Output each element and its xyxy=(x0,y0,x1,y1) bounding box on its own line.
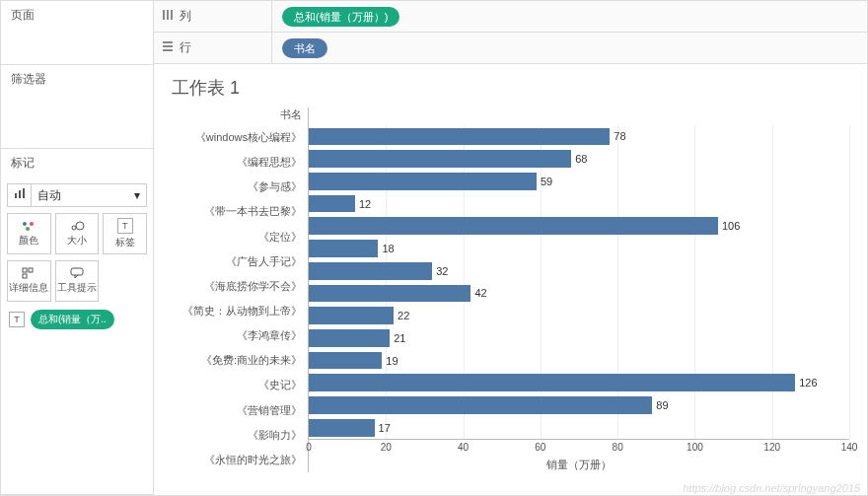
svg-point-3 xyxy=(23,222,27,226)
category-label: 《永恒的时光之旅》 xyxy=(172,448,308,472)
bar-value-label: 32 xyxy=(436,265,448,277)
bar-value-label: 42 xyxy=(474,287,486,299)
text-icon: T xyxy=(9,312,25,327)
bar-row: 126 xyxy=(309,372,849,394)
columns-shelf[interactable]: 列 总和(销量（万册）) xyxy=(154,1,867,33)
x-tick: 140 xyxy=(841,442,858,453)
bar-value-label: 126 xyxy=(799,377,817,389)
mark-label-button[interactable]: T 标签 xyxy=(103,213,147,254)
bar-value-label: 22 xyxy=(398,310,409,321)
bar[interactable] xyxy=(309,352,382,370)
bar-row: 12 xyxy=(309,192,849,215)
svg-rect-2 xyxy=(23,188,25,198)
svg-rect-11 xyxy=(71,268,83,275)
bar[interactable] xyxy=(309,217,718,235)
mark-tooltip-label: 工具提示 xyxy=(57,281,97,295)
category-label: 《广告人手记》 xyxy=(172,249,308,274)
x-axis-label: 销量（万册） xyxy=(309,458,849,472)
mark-type-dropdown[interactable]: 自动 ▾ xyxy=(7,183,147,207)
bar-row: 17 xyxy=(309,416,849,439)
mark-size-button[interactable]: 大小 xyxy=(55,213,100,254)
bar[interactable] xyxy=(309,285,470,303)
rows-icon xyxy=(162,40,174,55)
svg-point-6 xyxy=(72,226,76,230)
svg-rect-1 xyxy=(19,190,21,198)
category-label: 《带一本书去巴黎》 xyxy=(172,199,308,224)
category-label: 《windows核心编程》 xyxy=(172,125,308,150)
svg-rect-14 xyxy=(171,10,173,20)
sheet-title: 工作表 1 xyxy=(172,76,849,100)
bar-value-label: 59 xyxy=(541,176,552,187)
x-tick: 0 xyxy=(306,442,312,453)
bar[interactable] xyxy=(309,262,432,280)
bar-row: 59 xyxy=(309,170,849,192)
columns-shelf-label: 列 xyxy=(180,8,191,25)
svg-rect-12 xyxy=(163,10,165,20)
bar-value-label: 68 xyxy=(575,153,587,165)
filters-panel-header: 筛选器 xyxy=(1,65,153,94)
x-tick: 100 xyxy=(687,442,703,453)
rows-pill[interactable]: 书名 xyxy=(282,38,327,58)
category-label: 《营销管理》 xyxy=(172,398,308,423)
svg-rect-15 xyxy=(163,41,173,43)
bar-row: 32 xyxy=(309,259,849,282)
bar[interactable] xyxy=(309,307,394,324)
marks-pill[interactable]: 总和(销量（万.. xyxy=(31,310,114,329)
bar[interactable] xyxy=(309,240,378,257)
svg-rect-13 xyxy=(167,10,169,20)
svg-rect-17 xyxy=(163,49,173,51)
category-label: 《李鸿章传》 xyxy=(172,323,308,348)
bar-value-label: 19 xyxy=(386,355,398,367)
bar-row: 78 xyxy=(309,125,849,148)
bar[interactable] xyxy=(309,150,571,168)
svg-point-7 xyxy=(76,222,84,230)
bar[interactable] xyxy=(309,396,652,414)
category-label: 《参与感》 xyxy=(172,175,308,199)
mark-color-label: 颜色 xyxy=(19,234,38,248)
mark-tooltip-button[interactable]: 工具提示 xyxy=(55,260,100,302)
x-tick: 40 xyxy=(458,442,469,453)
category-label: 《简史：从动物到上帝》 xyxy=(172,299,308,323)
category-label: 《影响力》 xyxy=(172,423,308,448)
category-label: 《编程思想》 xyxy=(172,150,308,175)
mark-size-label: 大小 xyxy=(67,234,87,248)
category-label: 《史记》 xyxy=(172,373,308,397)
mark-detail-button[interactable]: 详细信息 xyxy=(7,260,51,302)
svg-rect-8 xyxy=(23,268,27,272)
chart: 书名 《windows核心编程》《编程思想》《参与感》《带一本书去巴黎》《定位》… xyxy=(172,107,849,472)
svg-rect-9 xyxy=(29,268,33,272)
category-label: 《海底捞你学不会》 xyxy=(172,274,308,299)
bar-row: 18 xyxy=(309,238,849,260)
x-tick: 60 xyxy=(535,442,545,453)
bar[interactable] xyxy=(309,374,795,391)
x-tick: 120 xyxy=(763,442,780,453)
x-tick: 20 xyxy=(381,442,392,453)
bar-row: 19 xyxy=(309,349,849,372)
bar-value-label: 106 xyxy=(722,220,740,232)
svg-rect-16 xyxy=(163,45,173,47)
bar-row: 68 xyxy=(309,148,849,171)
svg-point-4 xyxy=(30,222,34,226)
svg-rect-0 xyxy=(15,193,17,198)
bar-row: 106 xyxy=(309,215,849,238)
rows-shelf[interactable]: 行 书名 xyxy=(154,33,867,64)
bar[interactable] xyxy=(309,419,375,437)
bar-icon xyxy=(8,184,32,206)
svg-point-5 xyxy=(26,227,30,231)
bar-value-label: 21 xyxy=(394,332,405,344)
columns-pill[interactable]: 总和(销量（万册）) xyxy=(282,7,399,27)
pages-panel-header: 页面 xyxy=(1,1,153,30)
mark-color-button[interactable]: 颜色 xyxy=(7,213,51,254)
bar[interactable] xyxy=(309,329,390,347)
bar-value-label: 78 xyxy=(614,130,625,142)
mark-detail-label: 详细信息 xyxy=(9,281,48,295)
bar-row: 42 xyxy=(309,282,849,305)
rows-shelf-label: 行 xyxy=(180,39,191,56)
mark-label-label: 标签 xyxy=(115,236,135,249)
bar[interactable] xyxy=(309,173,537,190)
bar[interactable] xyxy=(309,195,355,213)
x-tick: 80 xyxy=(613,442,623,453)
watermark: https://blog.csdn.net/springyang2015 xyxy=(683,482,860,494)
bar[interactable] xyxy=(309,128,610,146)
chevron-down-icon: ▾ xyxy=(128,188,146,202)
